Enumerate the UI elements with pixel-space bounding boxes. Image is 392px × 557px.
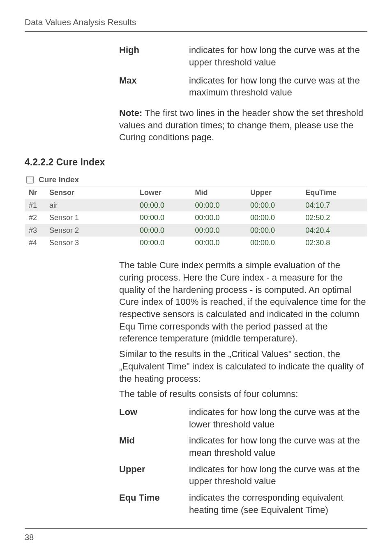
section-heading: 4.2.2.2 Cure Index (25, 156, 367, 169)
th-nr: Nr (25, 186, 45, 199)
paragraph-2: Similar to the results in the „Critical … (119, 348, 367, 385)
cell-equtime: 02:30.8 (301, 237, 367, 249)
paragraph-3: The table of results consists of four co… (119, 388, 367, 400)
cell-nr: #2 (25, 211, 45, 224)
cure-index-title-row: − Cure Index (25, 174, 367, 186)
cure-index-table-wrap: − Cure Index Nr Sensor Lower Mid Upper E… (25, 174, 367, 249)
th-mid: Mid (191, 186, 246, 199)
table-header-row: Nr Sensor Lower Mid Upper EquTime (25, 186, 367, 199)
def-term-equtime: Equ Time (119, 492, 189, 516)
def-row: Equ Time indicates the corresponding equ… (119, 492, 367, 516)
cell-upper: 00:00.0 (246, 199, 301, 212)
def-desc-upper: indicates for how long the curve was at … (189, 463, 367, 487)
def-term-max: Max (119, 74, 189, 99)
def-term-mid: Mid (119, 434, 189, 459)
cell-sensor: air (45, 199, 136, 212)
table-row: #3 Sensor 2 00:00.0 00:00.0 00:00.0 04:2… (25, 224, 367, 237)
th-lower: Lower (136, 186, 191, 199)
cure-index-title: Cure Index (39, 174, 79, 185)
table-row: #2 Sensor 1 00:00.0 00:00.0 00:00.0 02:5… (25, 211, 367, 224)
cell-equtime: 04:20.4 (301, 224, 367, 237)
def-row: Low indicates for how long the curve was… (119, 406, 367, 430)
def-term-low: Low (119, 406, 189, 430)
table-row: #4 Sensor 3 00:00.0 00:00.0 00:00.0 02:3… (25, 237, 367, 249)
def-row: Upper indicates for how long the curve w… (119, 463, 367, 487)
cell-mid: 00:00.0 (191, 237, 246, 249)
def-row: Mid indicates for how long the curve was… (119, 434, 367, 459)
cell-sensor: Sensor 1 (45, 211, 136, 224)
cell-upper: 00:00.0 (246, 211, 301, 224)
column-definition-list: Low indicates for how long the curve was… (119, 406, 367, 516)
cell-mid: 00:00.0 (191, 211, 246, 224)
def-row: Max indicates for how long the curve was… (119, 74, 367, 99)
th-equtime: EquTime (301, 186, 367, 199)
top-definition-list: High indicates for how long the curve wa… (119, 44, 367, 99)
table-row: #1 air 00:00.0 00:00.0 00:00.0 04:10.7 (25, 199, 367, 212)
cell-mid: 00:00.0 (191, 224, 246, 237)
body-text: The table Cure index permits a simple ev… (119, 259, 367, 400)
cell-sensor: Sensor 3 (45, 237, 136, 249)
page-number: 38 (25, 533, 34, 542)
page-header: Data Values Analysis Results (25, 16, 367, 32)
cure-index-table: Nr Sensor Lower Mid Upper EquTime #1 air… (25, 186, 367, 249)
def-term-high: High (119, 44, 189, 68)
cell-equtime: 04:10.7 (301, 199, 367, 212)
collapse-toggle-icon[interactable]: − (26, 176, 34, 183)
cell-lower: 00:00.0 (136, 237, 191, 249)
cell-lower: 00:00.0 (136, 199, 191, 212)
def-term-upper: Upper (119, 463, 189, 487)
page-footer: 38 (25, 528, 367, 543)
cell-mid: 00:00.0 (191, 199, 246, 212)
cell-equtime: 02:50.2 (301, 211, 367, 224)
paragraph-1: The table Cure index permits a simple ev… (119, 259, 367, 345)
def-desc-max: indicates for how long the curve was at … (189, 74, 367, 99)
cell-lower: 00:00.0 (136, 211, 191, 224)
note-text: The first two lines in the header show t… (119, 108, 363, 142)
cell-nr: #1 (25, 199, 45, 212)
cell-upper: 00:00.0 (246, 237, 301, 249)
note-block: Note: The first two lines in the header … (119, 107, 367, 144)
cell-lower: 00:00.0 (136, 224, 191, 237)
def-desc-equtime: indicates the corresponding equivalent h… (189, 492, 367, 516)
def-desc-high: indicates for how long the curve was at … (189, 44, 367, 68)
cell-nr: #4 (25, 237, 45, 249)
th-sensor: Sensor (45, 186, 136, 199)
def-row: High indicates for how long the curve wa… (119, 44, 367, 68)
def-desc-low: indicates for how long the curve was at … (189, 406, 367, 430)
note-label: Note: (119, 108, 142, 118)
cell-nr: #3 (25, 224, 45, 237)
def-desc-mid: indicates for how long the curve was at … (189, 434, 367, 459)
cell-upper: 00:00.0 (246, 224, 301, 237)
th-upper: Upper (246, 186, 301, 199)
cell-sensor: Sensor 2 (45, 224, 136, 237)
